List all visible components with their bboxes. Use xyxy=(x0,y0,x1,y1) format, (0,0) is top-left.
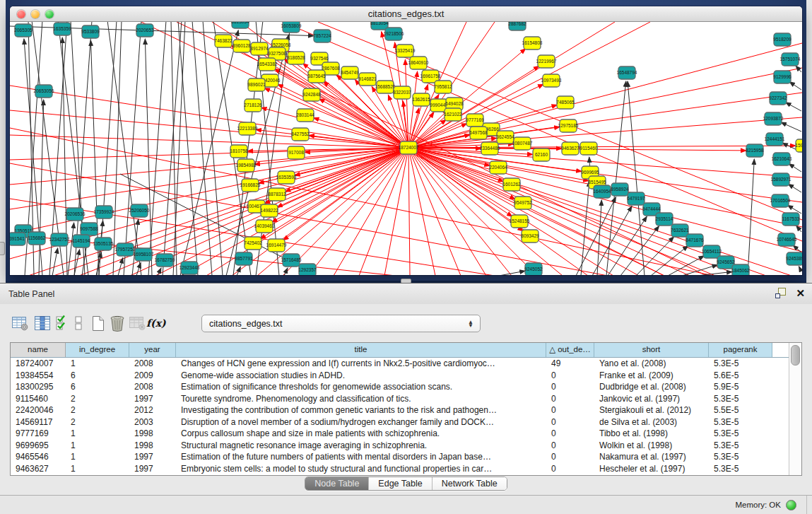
graph-edge[interactable] xyxy=(408,148,802,177)
scrollbar-thumb[interactable] xyxy=(791,345,800,366)
close-panel-icon[interactable]: ✕ xyxy=(796,288,805,298)
table-settings-icon[interactable] xyxy=(11,314,29,332)
graph-edge[interactable] xyxy=(68,223,74,275)
table-row[interactable]: 1872400712008Changes of HCN gene express… xyxy=(11,358,789,370)
graph-edge[interactable] xyxy=(408,68,802,148)
delete-table-icon xyxy=(129,314,146,332)
graph-edge[interactable] xyxy=(113,22,122,275)
select-all-checkboxes-icon[interactable] xyxy=(55,314,71,332)
graph-node-label: 15248155 xyxy=(510,218,530,223)
network-view-window[interactable]: citations_edges.txt 18724007746382289601… xyxy=(10,6,802,275)
zoom-window-button[interactable] xyxy=(45,10,54,18)
graph-node-label: 17016504 xyxy=(770,198,791,203)
graph-edge[interactable] xyxy=(283,148,408,275)
graph-edge[interactable] xyxy=(581,181,589,275)
graph-edge[interactable] xyxy=(799,267,801,271)
column-header-out_degree[interactable]: △ out_de… xyxy=(546,343,594,357)
table-row[interactable]: 977716911998Corpus callosum shape and si… xyxy=(11,428,789,440)
function-builder-icon[interactable]: f(x) xyxy=(146,314,166,332)
graph-edge[interactable] xyxy=(608,216,647,275)
table-row[interactable]: 1938455462009Genome-wide association stu… xyxy=(11,370,789,382)
graph-node-label: 12219967 xyxy=(536,59,557,64)
float-panel-icon[interactable] xyxy=(775,288,786,298)
column-header-short[interactable]: short xyxy=(594,343,709,357)
graph-edge[interactable] xyxy=(408,148,792,275)
graph-edge[interactable] xyxy=(788,184,801,192)
splitter-collapse-handle[interactable] xyxy=(0,242,5,255)
graph-edge[interactable] xyxy=(408,148,563,275)
table-row[interactable]: 946554611997Estimation of the future num… xyxy=(11,451,789,463)
close-window-button[interactable] xyxy=(17,10,25,18)
table-select-dropdown[interactable]: citations_edges.txt ▲▼ xyxy=(201,315,481,332)
graph-edge[interactable] xyxy=(408,148,639,275)
cell-year: 1998 xyxy=(129,428,176,440)
tab-edge-table[interactable]: Edge Table xyxy=(368,477,431,490)
graph-edge[interactable] xyxy=(261,107,408,148)
graph-edge[interactable] xyxy=(786,103,801,111)
graph-edge[interactable] xyxy=(781,122,801,132)
table-row[interactable]: 946362711997Embryonic stem cells: a mode… xyxy=(11,463,789,475)
vertical-scrollbar[interactable] xyxy=(789,343,801,475)
table-row[interactable]: 1830029562008Estimation of significance … xyxy=(11,381,789,393)
graph-edge[interactable] xyxy=(178,22,198,275)
column-header-pagerank[interactable]: pagerank xyxy=(709,343,772,357)
tab-node-table[interactable]: Node Table xyxy=(305,477,368,490)
cell-in_degree: 1 xyxy=(66,451,129,463)
graph-edge[interactable] xyxy=(145,39,152,275)
graph-node-label: 62160 xyxy=(535,152,548,157)
new-table-icon[interactable] xyxy=(90,314,106,332)
graph-edge[interactable] xyxy=(10,135,408,148)
column-header-in_degree[interactable]: in_degree xyxy=(66,343,129,357)
graph-edge[interactable] xyxy=(408,148,802,252)
cell-short: Stergiakouli et al. (2012) xyxy=(594,404,709,416)
graph-edge[interactable] xyxy=(52,248,58,275)
graph-edge[interactable] xyxy=(408,148,741,275)
graph-edge[interactable] xyxy=(408,43,802,148)
graph-edge[interactable] xyxy=(408,146,796,148)
graph-node-label: 7425402 xyxy=(244,240,262,245)
graph-node-label: 8878312 xyxy=(268,192,286,197)
table-row[interactable]: 2242004622012Investigating the contribut… xyxy=(11,404,789,416)
graph-edge[interactable] xyxy=(789,163,801,172)
column-header-year[interactable]: year xyxy=(129,343,176,357)
cell-short: Hescheler et al. (1997) xyxy=(594,463,709,475)
memory-status-label: Memory: OK xyxy=(735,501,781,509)
memory-status-led-icon[interactable] xyxy=(786,500,796,510)
graph-node-label: 9896021 xyxy=(247,82,266,87)
column-header-title[interactable]: title xyxy=(176,343,546,357)
graph-edge[interactable] xyxy=(793,245,801,252)
graph-edge[interactable] xyxy=(787,205,801,214)
graph-edge[interactable] xyxy=(237,267,240,275)
tab-network-table[interactable]: Network Table xyxy=(432,477,507,490)
delete-attribute-trash-icon[interactable] xyxy=(109,314,126,332)
graph-edge[interactable] xyxy=(789,82,801,90)
graph-edge[interactable] xyxy=(10,148,408,209)
table-row[interactable]: 911546021997Tourette syndrome. Phenomeno… xyxy=(11,393,789,405)
graph-edge[interactable] xyxy=(408,148,537,275)
graph-edge[interactable] xyxy=(124,22,141,275)
graph-node-label: 1635359 xyxy=(53,26,71,31)
graph-edge[interactable] xyxy=(99,22,117,275)
graph-edge[interactable] xyxy=(39,100,44,275)
graph-edge[interactable] xyxy=(606,81,626,275)
clear-selection-checkboxes-icon[interactable] xyxy=(73,314,83,332)
column-header-name[interactable]: name xyxy=(11,343,66,357)
network-window-titlebar[interactable]: citations_edges.txt xyxy=(10,6,802,22)
table-panel-titlebar[interactable]: Table Panel ✕ xyxy=(0,283,812,305)
network-svg[interactable]: 1872400774638228960128891297415226058932… xyxy=(10,22,802,275)
graph-node-label: 15892971 xyxy=(771,177,792,182)
graph-edge[interactable] xyxy=(384,148,408,275)
graph-node-label: 6497568 xyxy=(469,130,488,135)
minimize-window-button[interactable] xyxy=(31,10,40,18)
cell-year: 2003 xyxy=(129,416,176,428)
graph-node-label: 7632621 xyxy=(671,228,689,233)
graph-edge[interactable] xyxy=(408,148,715,275)
cell-pagerank: 5.6E-5 xyxy=(709,370,772,382)
table-row[interactable]: 969969511998Structural magnetic resonanc… xyxy=(11,440,789,452)
cell-year: 2009 xyxy=(129,370,176,382)
cell-out_degree: 0 xyxy=(546,463,594,475)
table-row[interactable]: 1456911722003Disruption of a novel membe… xyxy=(11,416,789,428)
graph-edge[interactable] xyxy=(499,271,525,275)
network-canvas[interactable]: 1872400774638228960128891297415226058932… xyxy=(10,22,802,275)
show-columns-icon[interactable] xyxy=(34,314,52,332)
